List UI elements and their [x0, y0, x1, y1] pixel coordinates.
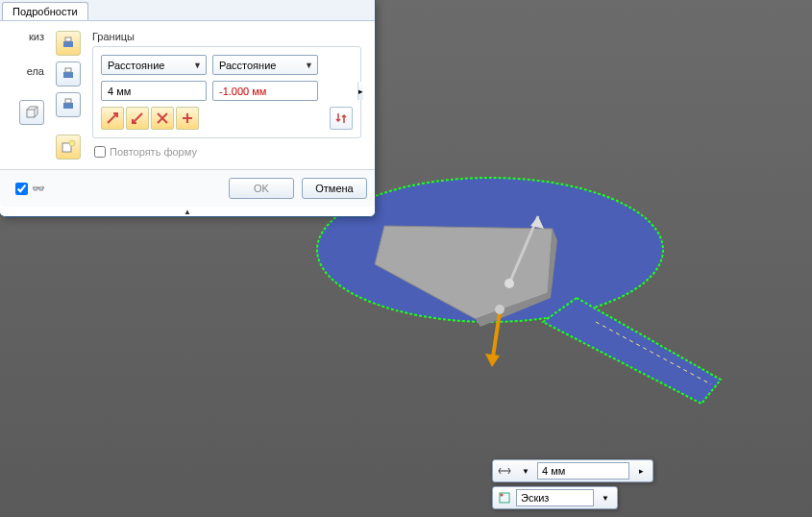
dim-arrow-icon[interactable] — [494, 461, 515, 480]
svg-rect-12 — [63, 72, 73, 78]
distance2-input[interactable]: ▸ — [212, 81, 318, 101]
svg-rect-10 — [63, 41, 73, 47]
repeat-shape-label: Повторять форму — [110, 146, 197, 158]
svg-rect-15 — [65, 99, 71, 103]
print-mode-3-icon[interactable] — [56, 92, 81, 117]
tab-details[interactable]: Подробности — [2, 2, 88, 20]
limit2-combo[interactable]: Расстояние▼ — [212, 55, 318, 75]
dim-dropdown-icon[interactable]: ▼ — [515, 461, 536, 480]
chevron-down-icon: ▼ — [305, 61, 313, 70]
svg-point-17 — [69, 140, 75, 146]
sketch-dropdown-icon[interactable]: ▼ — [595, 488, 616, 507]
direction-2-icon[interactable] — [126, 107, 149, 130]
collapse-handle[interactable] — [0, 207, 375, 216]
dim-value-input[interactable]: 4 мм — [537, 462, 629, 480]
svg-rect-11 — [65, 37, 71, 41]
dimension-floatbar[interactable]: ▼ 4 мм ▸ — [492, 459, 653, 482]
cube-icon[interactable] — [19, 100, 44, 125]
print-mode-1-icon[interactable] — [56, 31, 81, 56]
svg-rect-14 — [63, 103, 73, 109]
bounds-group: Расстояние▼ Расстояние▼ ▸ ▸ — [92, 46, 361, 138]
label-sketch: киз — [29, 31, 44, 42]
sketch-icon[interactable] — [494, 488, 515, 507]
distance1-input[interactable]: ▸ — [101, 81, 207, 101]
svg-point-5 — [504, 279, 514, 288]
direction-3-icon[interactable] — [151, 107, 174, 130]
repeat-shape-checkbox[interactable] — [94, 146, 106, 158]
bounds-title: Границы — [92, 31, 361, 42]
svg-rect-13 — [65, 68, 71, 72]
svg-point-19 — [501, 494, 504, 497]
chevron-down-icon: ▼ — [193, 61, 202, 70]
swap-direction-icon[interactable] — [330, 107, 353, 130]
print-mode-2-icon[interactable] — [56, 62, 81, 86]
label-body: ела — [27, 65, 44, 77]
glasses-icon: 👓 — [32, 183, 45, 195]
sketch-floatbar[interactable]: Эскиз ▼ — [492, 486, 618, 509]
svg-rect-9 — [27, 110, 35, 117]
direction-1-icon[interactable] — [101, 107, 124, 130]
new-sketch-icon[interactable] — [56, 135, 81, 160]
tab-strip: Подробности — [0, 0, 375, 21]
preview-checkbox[interactable] — [15, 183, 28, 195]
ok-button[interactable]: OK — [229, 178, 294, 199]
direction-4-icon[interactable] — [176, 107, 199, 130]
spinner-icon[interactable]: ▸ — [357, 82, 363, 100]
extrude-dialog: Подробности киз ела Границы Расстояние▼ … — [0, 0, 376, 217]
svg-point-8 — [495, 305, 504, 314]
limit1-combo[interactable]: Расстояние▼ — [101, 55, 207, 75]
sketch-combo[interactable]: Эскиз — [516, 489, 594, 506]
dim-spinner-icon[interactable]: ▸ — [630, 461, 652, 480]
cancel-button[interactable]: Отмена — [302, 178, 367, 199]
svg-marker-7 — [485, 354, 500, 367]
